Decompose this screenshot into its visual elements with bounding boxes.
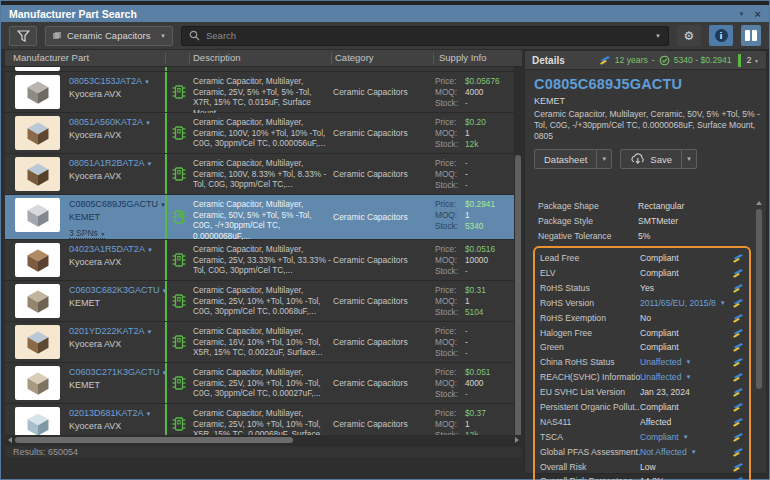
value-dropdown-caret[interactable]: ▼ — [691, 449, 697, 455]
part-number-link[interactable]: 08053C153JAT2A▼ — [69, 76, 164, 86]
save-dropdown-caret[interactable]: ▼ — [681, 150, 696, 168]
datasheet-button[interactable]: Datasheet ▼ — [534, 149, 612, 169]
manufacturer-part-search-panel: Manufacturer Part Search ▼ × Ceramic Cap… — [0, 0, 770, 480]
compliance-pencil-icon[interactable] — [731, 298, 744, 308]
capacitor-cube-icon — [24, 287, 52, 315]
table-row[interactable]: 08051A1R2BAT2A▼ Kyocera AVX — [5, 154, 522, 195]
property-row[interactable]: Overall Risk Low — [535, 459, 747, 474]
category-filter-dropdown[interactable]: Ceramic Capacitors ▼ — [45, 26, 173, 46]
moq-value: 1 — [465, 210, 470, 220]
table-vertical-scrollbar[interactable] — [514, 67, 522, 435]
property-row[interactable]: NAS411 Affected — [535, 414, 747, 429]
compliance-pencil-icon[interactable] — [731, 357, 744, 367]
part-number-link[interactable]: 0201YD222KAT2A▼ — [69, 326, 164, 336]
close-icon[interactable]: × — [755, 9, 761, 19]
compliance-pencil-icon[interactable] — [731, 432, 744, 442]
value-dropdown-caret[interactable]: ▼ — [685, 374, 691, 380]
part-number-link[interactable]: 02013D681KAT2A▼ — [69, 408, 164, 418]
property-row[interactable]: China RoHS Status Unaffected ▼ — [535, 355, 747, 370]
property-row[interactable]: Negative Tolerance 5% — [533, 229, 751, 244]
settings-button[interactable]: ⚙ — [677, 25, 701, 46]
property-row[interactable]: Package Style SMTMeter — [533, 214, 751, 229]
panel-menu-caret-icon[interactable]: ▼ — [739, 11, 745, 17]
compliance-pencil-icon[interactable] — [731, 387, 744, 397]
part-number-link[interactable]: C0603C271K3GACTU▼ — [69, 367, 164, 377]
property-row[interactable]: TSCA Compliant ▼ — [535, 429, 747, 444]
table-row[interactable]: 08051A560KAT2A▼ Kyocera AVX — [5, 113, 522, 154]
property-row[interactable]: Halogen Free Compliant — [535, 325, 747, 340]
property-row[interactable]: Persistent Organic Pollut... Compliant — [535, 400, 747, 415]
details-scrollbar[interactable] — [755, 201, 763, 480]
lifecycle-badge: 12 years — [615, 55, 648, 65]
compliance-pencil-icon[interactable] — [731, 253, 744, 263]
property-row[interactable]: Global PFAS Assessment... Not Affected ▼ — [535, 444, 747, 459]
part-number-link[interactable]: 04023A1R5DAT2A▼ — [69, 244, 164, 254]
compliance-pencil-icon[interactable] — [731, 268, 744, 278]
search-box[interactable]: ▼ — [181, 26, 669, 46]
table-row[interactable]: 0201YD222KAT2A▼ Kyocera AVX — [5, 322, 522, 363]
sources-count-dropdown[interactable]: 2 ▼ — [747, 55, 759, 65]
col-header-description[interactable]: Description — [193, 52, 241, 63]
details-toggle-button[interactable]: i — [709, 25, 733, 46]
scroll-up-icon[interactable] — [756, 201, 762, 205]
table-row[interactable]: 02013D681KAT2A▼ Kyocera AVX — [5, 404, 522, 435]
panel-layout-button[interactable] — [741, 25, 761, 46]
value-dropdown-caret[interactable]: ▼ — [685, 359, 691, 365]
property-label: Halogen Free — [540, 328, 640, 338]
compliance-pencil-icon[interactable] — [731, 462, 744, 472]
stock-price-badge: 5340 - $0.2941 — [674, 55, 732, 65]
property-row[interactable]: Overall Risk Percentage 14.2% — [535, 474, 747, 480]
compliance-pencil-icon[interactable] — [731, 283, 744, 293]
property-row[interactable]: RoHS Exemption No — [535, 310, 747, 325]
compliance-pencil-icon[interactable] — [731, 417, 744, 427]
compliance-pencil-icon[interactable] — [731, 313, 744, 323]
table-horizontal-scrollbar[interactable] — [5, 435, 522, 445]
compliance-pencil-icon[interactable] — [731, 402, 744, 412]
property-row[interactable]: REACH(SVHC) Information Unaffected ▼ — [535, 370, 747, 385]
part-number-link[interactable]: C0805C689J5GACTU▼ — [69, 199, 164, 209]
table-row[interactable]: C0805C689J5GACTU▼ KEMET 3 SPNs ▼ — [5, 195, 522, 240]
compliance-pencil-icon[interactable] — [731, 328, 744, 338]
compliance-pencil-icon[interactable] — [731, 372, 744, 382]
scroll-left-icon[interactable] — [8, 437, 12, 443]
part-number-link[interactable]: C0603C682K3GACTU▼ — [69, 285, 164, 295]
part-description: Ceramic Capacitor, Multilayer, Ceramic, … — [193, 117, 331, 149]
value-dropdown-caret[interactable]: ▼ — [683, 434, 689, 440]
compliance-pencil-icon[interactable] — [731, 447, 744, 457]
property-row[interactable]: EU SVHC List Version Jan 23, 2024 — [535, 385, 747, 400]
property-row[interactable]: Package Shape Rectangular — [533, 199, 751, 214]
property-row[interactable]: RoHS Version 2011/65/EU, 2015/8 ▼ — [535, 295, 747, 310]
col-header-category[interactable]: Category — [335, 52, 374, 63]
capacitor-cube-icon — [24, 246, 52, 274]
save-button[interactable]: Save ▼ — [620, 149, 697, 169]
table-row[interactable]: 04023A1R5DAT2A▼ Kyocera AVX — [5, 240, 522, 281]
datasheet-dropdown-caret[interactable]: ▼ — [596, 150, 611, 168]
col-header-manufacturer-part[interactable]: Manufacturer Part — [13, 52, 89, 63]
hscroll-thumb[interactable] — [15, 437, 293, 443]
property-row[interactable]: RoHS Status Yes — [535, 280, 747, 295]
stock-value: - — [465, 266, 468, 276]
spns-link[interactable]: 3 SPNs ▼ — [69, 228, 105, 239]
filter-button[interactable] — [9, 26, 37, 46]
availability-bar — [165, 281, 167, 321]
property-row[interactable]: ELV Compliant — [535, 266, 747, 281]
funnel-icon — [17, 30, 30, 42]
property-row[interactable]: Lead Free Compliant — [535, 251, 747, 266]
search-history-caret-icon[interactable]: ▼ — [655, 33, 661, 39]
table-row[interactable]: C0603C271K3GACTU▼ KEMET — [5, 363, 522, 404]
manufacturer-name: KEMET — [69, 380, 164, 390]
table-row[interactable]: 08053C153JAT2A▼ Kyocera AVX — [5, 72, 522, 113]
part-number-link[interactable]: 08051A1R2BAT2A▼ — [69, 158, 164, 168]
compliance-pencil-icon[interactable] — [731, 476, 744, 480]
compliance-pencil-icon[interactable] — [731, 342, 744, 352]
chip-icon — [172, 84, 186, 100]
table-row[interactable]: C0603C682K3GACTU▼ KEMET — [5, 281, 522, 322]
col-header-supply-info[interactable]: Supply Info — [439, 52, 487, 63]
property-row[interactable]: Green Compliant — [535, 340, 747, 355]
search-input[interactable] — [206, 30, 649, 41]
details-scroll-thumb[interactable] — [756, 209, 762, 389]
part-number-link[interactable]: 08051A560KAT2A▼ — [69, 117, 164, 127]
scroll-right-icon[interactable] — [515, 437, 519, 443]
value-dropdown-caret[interactable]: ▼ — [720, 300, 726, 306]
details-panel: Details 12 years - 5340 - $0.2941 2 ▼ C0… — [524, 50, 767, 474]
